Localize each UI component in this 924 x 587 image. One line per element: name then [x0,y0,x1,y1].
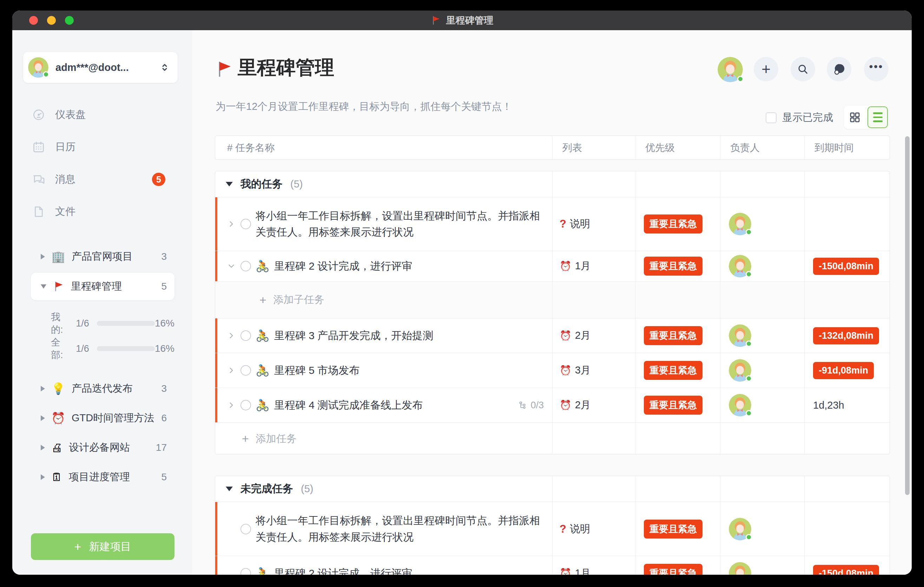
assignee-avatar[interactable] [729,359,751,382]
sidebar-item-messages[interactable]: 消息 5 [23,168,178,191]
due-badge: -150d,08min [813,258,879,275]
show-completed-checkbox[interactable] [766,112,777,123]
group-header[interactable]: 我的任务 (5) [215,171,889,197]
task-row[interactable]: 🚴 里程碑 2 设计完成，进行评审 ⏰1月 重要且紧急 -150d,08min [215,251,889,281]
column-header-priority[interactable]: 优先级 [635,136,720,159]
list-name: 说明 [570,217,590,231]
expand-right-icon[interactable] [41,445,45,450]
online-status-dot [746,271,752,277]
user-avatar [28,57,48,77]
assignee-avatar[interactable] [729,562,751,575]
task-row[interactable]: 🚴 里程碑 4 测试完成准备线上发布 0/3 ⏰2月 重要且紧急 1d,23h [215,387,889,422]
progress-row-all: 全部: 1/6 16% [31,342,175,355]
project-item[interactable]: 🖨 设计必备网站 17 [31,436,175,459]
progress-percent: 16% [155,343,175,354]
column-header-list[interactable]: 列表 [552,136,635,159]
sidebar-item-dashboard[interactable]: 仪表盘 [23,104,178,126]
column-header-assignee[interactable]: 负责人 [720,136,804,159]
chat-button[interactable] [827,57,851,81]
assignee-avatar[interactable] [729,255,751,277]
project-item[interactable]: 🏢 产品官网项目 3 [31,246,175,268]
subtask-tree-icon [518,401,528,410]
project-count: 17 [156,442,167,453]
board-view-button[interactable] [845,106,865,128]
collapse-down-icon[interactable] [226,182,233,186]
assignee-avatar[interactable] [729,394,751,416]
expand-right-icon[interactable] [227,219,236,229]
vertical-scrollbar[interactable] [905,136,909,495]
task-name: 将小组一年工作目标拆解，设置出里程碑时间节点。并指派相关责任人。用标签来展示进行… [256,208,544,241]
assignee-avatar[interactable] [729,213,751,235]
online-status-dot [746,229,752,235]
project-item-selected[interactable]: 里程碑管理 5 [31,273,175,300]
sidebar-item-calendar[interactable]: 日历 [23,136,178,158]
zoom-window-button[interactable] [65,16,74,25]
project-label: 项目进度管理 [69,470,130,484]
add-task-row[interactable]: +添加任务 [215,422,889,454]
macos-titlebar: 里程碑管理 [12,10,912,30]
task-row[interactable]: 将小组一年工作目标拆解，设置出里程碑时间节点。并指派相关责任人。用标签来展示进行… [215,502,889,556]
close-window-button[interactable] [29,16,38,25]
task-name: 里程碑 2 设计完成，进行评审 [274,258,412,275]
minimize-window-button[interactable] [47,16,56,25]
task-checkbox[interactable] [241,568,251,575]
priority-badge: 重要且紧急 [644,519,703,539]
sidebar-item-files[interactable]: 文件 [23,201,178,223]
task-row[interactable]: 🚴 里程碑 5 市场发布 ⏰3月 重要且紧急 -91d,08min [215,353,889,387]
task-checkbox[interactable] [241,365,251,376]
task-row[interactable]: 🚴 里程碑 2 设计完成，进行评审 ⏰1月 重要且紧急 -150d,08min [215,556,889,575]
question-mark-icon: ? [559,218,566,230]
expand-right-icon[interactable] [41,416,45,421]
plus-icon: + [74,540,81,554]
list-name: 1月 [575,566,591,575]
expand-right-icon[interactable] [227,331,236,340]
member-avatar[interactable] [718,57,743,82]
list-view-button[interactable] [868,106,888,128]
expand-right-icon[interactable] [227,401,236,410]
project-count: 3 [161,251,167,262]
expand-right-icon[interactable] [227,366,236,375]
task-name: 里程碑 2 设计完成，进行评审 [274,565,412,575]
cyclist-emoji: 🚴 [256,329,270,342]
project-label: 里程碑管理 [71,279,122,294]
assignee-avatar[interactable] [729,325,751,347]
project-item[interactable]: 💡 产品迭代发布 3 [31,378,175,400]
task-row[interactable]: 将小组一年工作目标拆解，设置出里程碑时间节点。并指派相关责任人。用标签来展示进行… [215,197,889,251]
task-checkbox[interactable] [241,219,251,229]
add-subtask-row[interactable]: +添加子任务 [215,281,889,318]
add-member-button[interactable]: + [754,57,778,81]
collapse-down-icon[interactable] [41,284,46,289]
collapse-down-icon[interactable] [227,262,236,271]
task-checkbox[interactable] [241,330,251,341]
file-icon [32,205,45,218]
project-item[interactable]: ⏰ GTD时间管理方法 6 [31,407,175,429]
sidebar: adm***@doot... 仪表盘 日历 [12,30,192,575]
task-checkbox[interactable] [241,261,251,271]
dashboard-gauge-icon [32,108,45,122]
priority-badge: 重要且紧急 [644,214,703,234]
column-header-due[interactable]: 到期时间 [804,136,889,159]
column-header-name[interactable]: # 任务名称 [215,136,552,159]
group-header[interactable]: 未完成任务 (5) [215,476,889,502]
task-checkbox[interactable] [241,524,251,534]
expand-right-icon[interactable] [41,474,45,480]
collapse-down-icon[interactable] [226,486,233,491]
progress-label: 我的: [51,311,72,336]
expand-right-icon[interactable] [41,386,45,391]
app-window: 里程碑管理 adm***@doot... 仪表盘 [12,10,912,575]
task-checkbox[interactable] [241,400,251,411]
online-status-dot [746,410,752,416]
group-count: (5) [290,178,303,190]
task-row[interactable]: 🚴 里程碑 3 产品开发完成，开始提测 ⏰2月 重要且紧急 -132d,08mi… [215,318,889,353]
account-switcher[interactable]: adm***@doot... [23,52,178,83]
project-count: 6 [161,412,167,424]
search-button[interactable] [790,57,815,81]
project-item[interactable]: 🗓 项目进度管理 5 [31,466,175,488]
expand-right-icon[interactable] [41,254,45,259]
cyclist-emoji: 🚴 [256,364,270,377]
show-completed-toggle[interactable]: 显示已完成 [766,110,833,125]
assignee-avatar[interactable] [729,518,751,540]
alarm-clock-icon: ⏰ [559,330,571,341]
new-project-button[interactable]: + 新建项目 [31,533,175,560]
more-options-button[interactable]: ••• [864,57,889,81]
